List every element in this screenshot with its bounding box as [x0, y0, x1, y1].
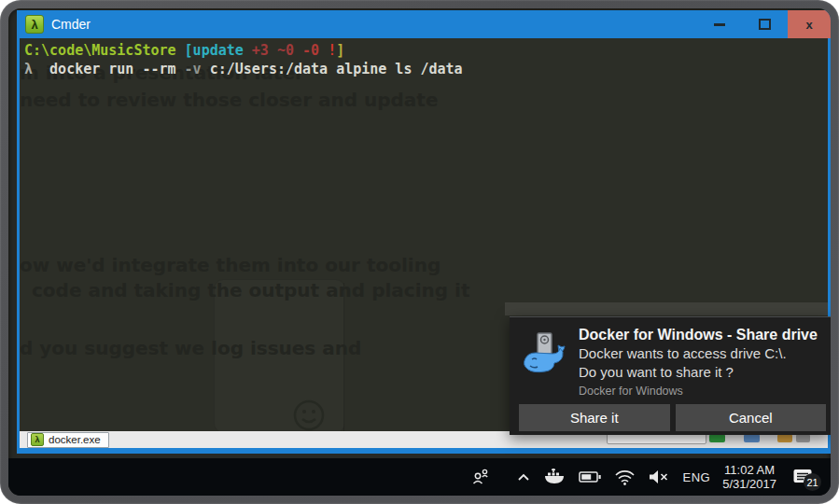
git-removed: -0 — [302, 42, 319, 59]
taskbar-clock[interactable]: 11:02 AM 5/31/2017 — [722, 463, 776, 491]
git-modified: ~0 — [277, 42, 294, 59]
command-text: docker run --rm — [49, 61, 175, 77]
docker-toast-notification[interactable]: Docker for Windows - Share drive Docker … — [510, 316, 831, 435]
share-it-button[interactable]: Share it — [519, 404, 670, 431]
window-bottom-border — [17, 448, 831, 454]
clock-time: 11:02 AM — [722, 463, 776, 477]
lambda-prompt: λ — [24, 61, 33, 77]
window-controls: x — [696, 10, 831, 38]
git-close-bracket: ] — [336, 42, 344, 59]
windows-desktop: λ Cmder x m — [8, 8, 831, 496]
statusbar-pill-blue — [744, 434, 760, 442]
command-line: λ docker run --rm -v c:/Users:/data alpi… — [20, 60, 828, 78]
toast-title: Docker for Windows - Share drive — [579, 325, 823, 344]
notification-count-badge: 21 — [804, 473, 821, 491]
close-button[interactable]: x — [788, 10, 831, 38]
minimize-button[interactable] — [698, 10, 741, 38]
command-flag: -v — [185, 61, 202, 77]
people-icon[interactable] — [470, 467, 491, 487]
prompt-line: C:\code\MusicStore [update +3 ~0 -0 !] — [20, 38, 828, 60]
battery-icon[interactable] — [579, 469, 602, 484]
git-branch: [update — [185, 42, 244, 59]
cancel-toast-button[interactable]: Cancel — [676, 404, 827, 431]
language-indicator[interactable]: ENG — [682, 470, 710, 484]
statusbar-pill-green — [709, 434, 725, 442]
statusbar-pill-orange — [777, 434, 792, 442]
wifi-icon[interactable] — [614, 468, 636, 486]
docker-tray-whale-icon[interactable] — [543, 468, 566, 486]
close-icon: x — [805, 18, 812, 32]
hidden-icons-chevron-icon[interactable] — [516, 470, 531, 483]
minimize-icon — [714, 23, 725, 26]
statusbar-pill-gray — [796, 434, 810, 442]
tab-lambda-icon: λ — [31, 433, 44, 446]
command-args: c:/Users:/data alpine ls /data — [210, 61, 463, 77]
toast-buttons-row: Share it Cancel — [519, 404, 826, 431]
tab-label: docker.exe — [49, 434, 101, 445]
maximize-button[interactable] — [743, 10, 786, 38]
ghost-text-line: d you suggest we log issues and — [20, 337, 361, 359]
docker-whale-icon — [521, 330, 569, 379]
ghost-window-band — [505, 302, 828, 315]
ghost-text-line: ow we'd integrate them into our tooling — [20, 254, 440, 276]
clock-date: 5/31/2017 — [722, 477, 776, 491]
ghost-smiley-icon — [291, 398, 327, 431]
action-center-icon[interactable]: 21 — [792, 468, 814, 486]
volume-muted-icon[interactable] — [648, 469, 670, 485]
window-title: Cmder — [51, 17, 91, 32]
ghost-text-line: need to review those closer and update — [20, 89, 438, 111]
screenshot-stage: λ Cmder x m — [0, 0, 839, 504]
cmder-lambda-icon: λ — [25, 15, 44, 34]
toast-text-block: Docker for Windows - Share drive Docker … — [579, 325, 823, 398]
git-added: +3 — [252, 42, 269, 59]
prompt-path: C:\code\MusicStore — [24, 42, 176, 59]
toast-body-line2: Do you want to share it ? — [579, 363, 823, 382]
cmder-titlebar[interactable]: λ Cmder x — [17, 10, 831, 38]
windows-taskbar: ENG 11:02 AM 5/31/2017 21 — [8, 458, 831, 496]
maximize-icon — [759, 19, 771, 30]
toast-source-app: Docker for Windows — [579, 385, 823, 398]
git-bang: ! — [328, 42, 336, 59]
ghost-text-line: code and taking the output and placing i… — [32, 279, 469, 301]
console-tab-docker[interactable]: λ docker.exe — [27, 432, 109, 448]
toast-body-line1: Docker wants to access drive C:\. — [579, 344, 823, 363]
